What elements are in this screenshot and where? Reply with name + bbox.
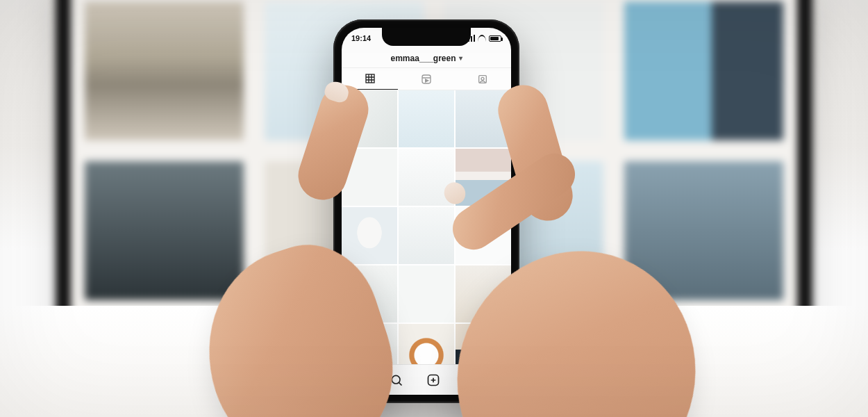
- svg-line-11: [399, 382, 402, 385]
- plus-icon: [426, 373, 440, 387]
- photo-scene: 19:14 emmaa___green ▾: [0, 0, 868, 417]
- grid-photo[interactable]: [399, 265, 454, 322]
- svg-point-9: [481, 77, 484, 80]
- profile-username: emmaa___green: [390, 54, 456, 63]
- battery-icon: [489, 35, 501, 42]
- profile-header[interactable]: emmaa___green ▾: [342, 49, 511, 68]
- chevron-down-icon: ▾: [459, 54, 462, 62]
- tagged-icon: [477, 74, 488, 85]
- monitor-tile: [85, 161, 244, 300]
- svg-marker-7: [426, 79, 428, 82]
- grid-icon: [365, 73, 376, 84]
- grid-photo[interactable]: [342, 207, 397, 264]
- grid-photo[interactable]: [399, 90, 454, 147]
- monitor-tile: [85, 1, 244, 140]
- profile-grid-tabs: [342, 68, 511, 90]
- reels-icon: [421, 74, 432, 85]
- status-time: 19:14: [351, 34, 371, 42]
- tab-tagged[interactable]: [455, 68, 511, 90]
- grid-photo[interactable]: [399, 207, 454, 264]
- monitor-tile: [624, 1, 783, 140]
- svg-rect-0: [366, 74, 374, 83]
- svg-point-10: [392, 375, 401, 384]
- wifi-icon: [478, 35, 486, 42]
- nav-create[interactable]: [426, 373, 440, 387]
- phone-notch: [382, 28, 471, 46]
- tab-reels[interactable]: [398, 68, 454, 90]
